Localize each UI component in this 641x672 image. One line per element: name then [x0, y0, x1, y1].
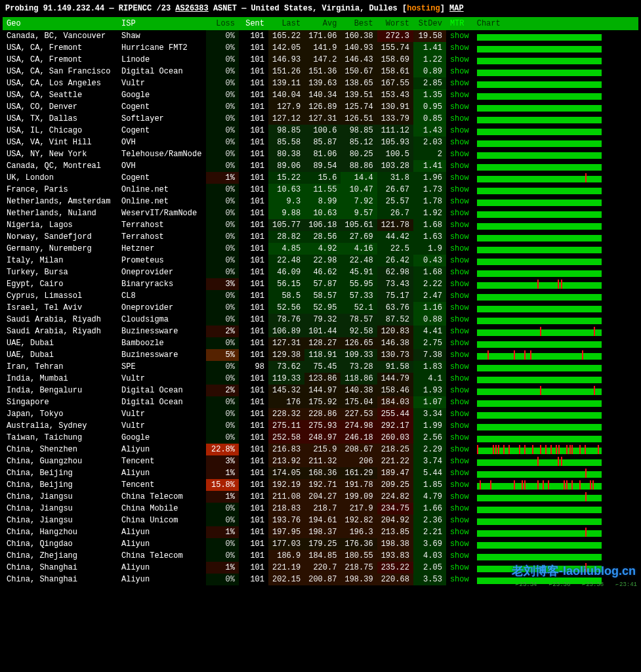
svg-rect-32 — [477, 341, 602, 348]
cell-loss: 0% — [206, 136, 239, 148]
mtr-show-link[interactable]: show — [450, 43, 469, 52]
mtr-show-link[interactable]: show — [450, 67, 469, 76]
mtr-show-link[interactable]: show — [450, 291, 469, 301]
mtr-show-link[interactable]: show — [450, 362, 469, 371]
col-best[interactable]: Best — [341, 17, 377, 30]
mtr-show-link[interactable]: show — [450, 173, 469, 182]
cell-sent: 101 — [239, 30, 268, 42]
mtr-show-link[interactable]: show — [450, 327, 469, 336]
mtr-show-link[interactable]: show — [450, 197, 469, 206]
mtr-show-link[interactable]: show — [450, 516, 469, 525]
svg-rect-86 — [480, 480, 481, 490]
mtr-show-link[interactable]: show — [450, 138, 469, 147]
cell-isp: Digital Ocean — [117, 385, 206, 396]
cell-worst: 73.43 — [377, 278, 413, 290]
mtr-show-link[interactable]: show — [450, 421, 469, 430]
mtr-show-link[interactable]: show — [450, 79, 469, 88]
mtr-show-link[interactable]: show — [450, 492, 469, 501]
cell-best: 161.29 — [341, 467, 377, 479]
map-link[interactable]: MAP — [449, 4, 464, 13]
mtr-show-link[interactable]: show — [450, 256, 469, 265]
mtr-show-link[interactable]: show — [450, 91, 469, 100]
col-last[interactable]: Last — [268, 17, 304, 30]
mtr-show-link[interactable]: show — [450, 457, 469, 466]
mtr-show-link[interactable]: show — [450, 55, 469, 64]
mtr-show-link[interactable]: show — [450, 445, 469, 454]
mtr-show-link[interactable]: show — [450, 161, 469, 171]
mtr-show-link[interactable]: show — [450, 232, 469, 242]
mtr-show-link[interactable]: show — [450, 280, 469, 289]
mtr-show-link[interactable]: show — [450, 504, 469, 513]
mtr-show-link[interactable]: show — [450, 469, 469, 478]
col-sent[interactable]: Sent — [239, 17, 268, 30]
mtr-show-link[interactable]: show — [450, 220, 469, 230]
cell-avg: 81.06 — [304, 148, 341, 160]
svg-rect-74 — [477, 459, 602, 466]
mtr-show-link[interactable]: show — [450, 268, 469, 277]
mtr-show-link[interactable]: show — [450, 209, 469, 218]
cell-isp: Aliyun — [117, 562, 206, 574]
col-stdev[interactable]: StDev — [413, 17, 446, 30]
mtr-show-link[interactable]: show — [450, 410, 469, 419]
mtr-show-link[interactable]: show — [450, 551, 469, 560]
svg-rect-37 — [514, 350, 515, 360]
mtr-show-link[interactable]: show — [450, 350, 469, 360]
mtr-show-link[interactable]: show — [450, 114, 469, 123]
cell-stdev: 1.78 — [413, 196, 446, 207]
col-worst[interactable]: Worst — [377, 17, 413, 30]
mtr-show-link[interactable]: show — [450, 374, 469, 383]
col-mtr[interactable]: MTR — [446, 17, 473, 30]
cell-last: 140.04 — [268, 89, 304, 101]
col-loss[interactable]: Loss — [206, 17, 239, 30]
cell-best: 88.86 — [341, 160, 377, 172]
cell-last: 105.77 — [268, 219, 304, 231]
cell-stdev: 2.05 — [413, 562, 446, 574]
cell-worst: 130.91 — [377, 101, 413, 113]
mtr-show-link[interactable]: show — [450, 185, 469, 194]
cell-avg: 28.56 — [304, 231, 341, 243]
cell-avg: 89.54 — [304, 160, 341, 172]
svg-rect-98 — [585, 492, 587, 501]
cell-best: 80.25 — [341, 148, 377, 160]
mtr-show-link[interactable]: show — [450, 32, 469, 41]
cell-worst: 155.74 — [377, 42, 413, 54]
mtr-show-link[interactable]: show — [450, 102, 469, 112]
mtr-show-link[interactable]: show — [450, 539, 469, 549]
table-row: Norway, Sandefjord Terrahost 0% 101 28.8… — [3, 231, 638, 243]
cell-best: 126.65 — [341, 337, 377, 349]
cell-avg: 11.55 — [304, 184, 341, 196]
mtr-show-link[interactable]: show — [450, 480, 469, 490]
mtr-show-link[interactable]: show — [450, 315, 469, 324]
cell-avg: 22.98 — [304, 255, 341, 266]
mtr-show-link[interactable]: show — [450, 339, 469, 348]
cell-last: 218.83 — [268, 503, 304, 514]
mtr-show-link[interactable]: show — [450, 575, 469, 584]
mtr-show-link[interactable]: show — [450, 303, 469, 312]
mtr-show-link[interactable]: show — [450, 563, 469, 572]
mtr-show-link[interactable]: show — [450, 433, 469, 442]
svg-rect-63 — [498, 445, 499, 454]
table-row: Saudi Arabia, Riyadh Buzinessware 2% 101… — [3, 326, 638, 337]
mtr-show-link[interactable]: show — [450, 126, 469, 135]
mtr-show-link[interactable]: show — [450, 386, 469, 395]
col-chart[interactable]: Chart — [473, 17, 638, 30]
col-isp[interactable]: ISP — [117, 17, 206, 30]
cell-last: 15.22 — [268, 172, 304, 184]
col-geo[interactable]: Geo — [3, 17, 117, 30]
mtr-show-link[interactable]: show — [450, 398, 469, 407]
table-row: Canada, QC, Montreal OVH 0% 101 89.06 89… — [3, 160, 638, 172]
cell-loss: 0% — [206, 243, 239, 255]
cell-avg: 141.9 — [304, 42, 341, 54]
mtr-show-link[interactable]: show — [450, 150, 469, 159]
asn-link[interactable]: AS26383 — [175, 4, 208, 13]
table-row: China, Jiangsu China Telecom 1% 101 211.… — [3, 491, 638, 503]
col-avg[interactable]: Avg — [304, 17, 341, 30]
svg-rect-92 — [537, 480, 539, 490]
mtr-show-link[interactable]: show — [450, 244, 469, 253]
svg-rect-72 — [566, 445, 568, 454]
cell-worst: 184.03 — [377, 396, 413, 408]
svg-rect-6 — [477, 105, 602, 112]
mtr-show-link[interactable]: show — [450, 528, 469, 537]
cell-stdev: 2.47 — [413, 290, 446, 302]
cell-sent: 101 — [239, 77, 268, 89]
